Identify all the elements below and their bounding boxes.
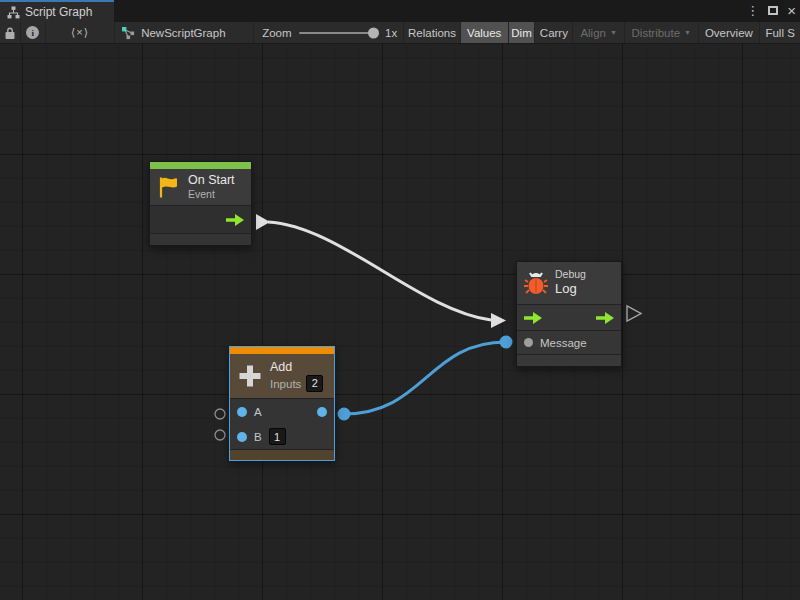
script-graph-window: Script Graph ⋮ × i ⟨×⟩ bbox=[0, 0, 800, 600]
lock-icon bbox=[4, 26, 16, 40]
node-debug-log[interactable]: Debug Log Message bbox=[516, 261, 622, 367]
event-accent-bar bbox=[150, 162, 251, 169]
wire-layer bbox=[0, 44, 800, 600]
info-icon: i bbox=[26, 26, 39, 39]
plus-icon bbox=[236, 362, 264, 390]
zoom-slider[interactable] bbox=[299, 32, 378, 34]
zoom-label: Zoom bbox=[262, 27, 291, 39]
trigger-out-external-triangle[interactable] bbox=[627, 306, 641, 321]
add-port-b-row: B 1 bbox=[230, 424, 334, 449]
control-output-port[interactable] bbox=[226, 214, 244, 226]
node-subtitle: Event bbox=[188, 188, 235, 201]
node-title-namespace: Debug bbox=[555, 268, 586, 281]
inputs-label: Inputs bbox=[270, 377, 301, 391]
chevron-down-icon: ▼ bbox=[610, 29, 617, 36]
port-a-input[interactable] bbox=[237, 407, 247, 417]
on-start-trigger-row bbox=[150, 205, 251, 233]
control-input-port[interactable] bbox=[524, 312, 542, 324]
toolbar-button-fullscreen[interactable]: Full S bbox=[760, 22, 800, 43]
inspector-button[interactable]: i bbox=[21, 22, 46, 43]
message-input-port[interactable] bbox=[524, 338, 533, 347]
message-port-label: Message bbox=[540, 337, 587, 349]
script-graph-icon bbox=[7, 6, 20, 19]
add-port-a-row: A bbox=[230, 399, 334, 424]
tab-script-graph[interactable]: Script Graph bbox=[0, 0, 114, 22]
control-wire[interactable] bbox=[268, 222, 491, 320]
node-title: On Start bbox=[188, 173, 235, 189]
debug-trigger-row bbox=[517, 304, 621, 330]
debug-footer bbox=[517, 354, 621, 366]
toolbar-button-relations[interactable]: Relations bbox=[404, 22, 461, 43]
debug-log-header[interactable]: Debug Log bbox=[517, 262, 621, 304]
on-start-footer bbox=[150, 233, 251, 245]
node-on-start[interactable]: On Start Event bbox=[149, 161, 252, 246]
control-wire-start-arrow bbox=[256, 214, 270, 230]
port-b-external-circle[interactable] bbox=[215, 430, 225, 440]
toolbar-button-values[interactable]: Values bbox=[461, 22, 509, 43]
debug-message-row: Message bbox=[517, 330, 621, 354]
close-icon[interactable]: × bbox=[787, 3, 796, 18]
graph-canvas[interactable]: On Start Event bbox=[0, 44, 800, 600]
graph-name: NewScriptGraph bbox=[141, 27, 225, 39]
toolbar-button-carry[interactable]: Carry bbox=[535, 22, 573, 43]
control-output-port[interactable] bbox=[596, 312, 614, 324]
value-wire-start-dot bbox=[338, 408, 351, 421]
toolbar-button-overview[interactable]: Overview bbox=[699, 22, 761, 43]
port-b-input[interactable] bbox=[237, 432, 247, 442]
node-add[interactable]: Add Inputs 2 A B 1 bbox=[229, 346, 335, 461]
tab-strip: Script Graph ⋮ × bbox=[0, 0, 800, 22]
maximize-icon[interactable] bbox=[768, 6, 778, 15]
port-a-label: A bbox=[254, 406, 262, 418]
math-accent-bar bbox=[230, 347, 334, 354]
graph-asset-selector[interactable]: NewScriptGraph bbox=[115, 22, 254, 43]
toolbar-button-distribute[interactable]: Distribute ▼ bbox=[625, 22, 699, 43]
node-title: Add bbox=[270, 360, 323, 376]
tab-title: Script Graph bbox=[25, 5, 92, 19]
port-a-external-circle[interactable] bbox=[215, 409, 225, 419]
port-b-value-field[interactable]: 1 bbox=[269, 428, 286, 445]
value-wire[interactable] bbox=[344, 342, 506, 414]
zoom-slider-thumb[interactable] bbox=[368, 27, 379, 38]
add-body: A B 1 bbox=[230, 398, 334, 449]
port-b-label: B bbox=[254, 431, 262, 443]
lock-button[interactable] bbox=[0, 22, 21, 43]
code-icon: ⟨×⟩ bbox=[71, 26, 89, 39]
bug-icon bbox=[523, 270, 549, 296]
value-wire-end-dot bbox=[500, 336, 513, 349]
zoom-control: Zoom 1x bbox=[254, 22, 404, 43]
graph-toolbar: i ⟨×⟩ NewScriptGraph Zoom 1x Relations V… bbox=[0, 22, 800, 44]
add-footer bbox=[230, 449, 334, 460]
flag-icon bbox=[156, 174, 182, 200]
node-title: Log bbox=[555, 281, 586, 297]
toolbar-button-align[interactable]: Align ▼ bbox=[573, 22, 625, 43]
add-header[interactable]: Add Inputs 2 bbox=[230, 354, 334, 398]
sum-output-port[interactable] bbox=[317, 407, 327, 417]
chevron-down-icon: ▼ bbox=[684, 29, 691, 36]
window-controls: ⋮ × bbox=[746, 0, 798, 20]
edit-source-button[interactable]: ⟨×⟩ bbox=[46, 22, 115, 43]
on-start-header[interactable]: On Start Event bbox=[150, 169, 251, 205]
toolbar-button-dim[interactable]: Dim bbox=[509, 22, 536, 43]
window-menu-icon[interactable]: ⋮ bbox=[746, 4, 759, 17]
zoom-value: 1x bbox=[385, 27, 397, 39]
graph-asset-icon bbox=[121, 26, 135, 40]
inputs-count-field[interactable]: 2 bbox=[306, 375, 323, 392]
control-wire-end-arrow bbox=[491, 313, 506, 328]
